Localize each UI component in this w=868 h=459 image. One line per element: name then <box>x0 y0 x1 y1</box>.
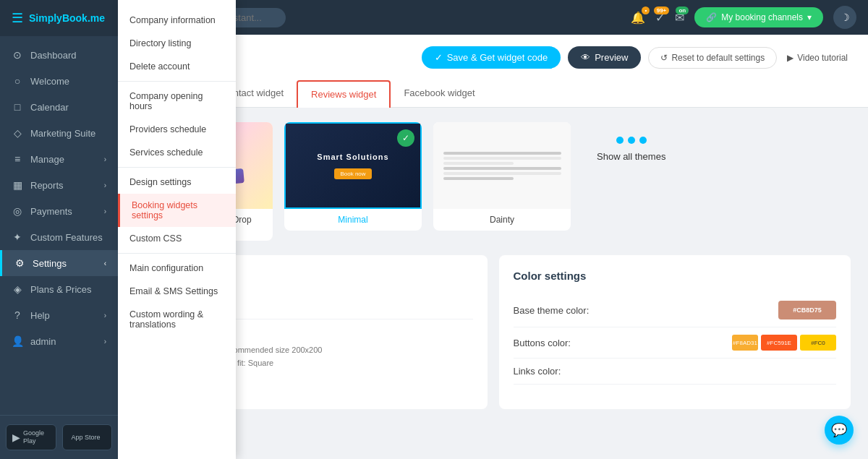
sidebar-item-settings[interactable]: ⚙ Settings ‹ <box>0 250 118 276</box>
sidebar-label-dashboard: Dashboard <box>30 50 77 61</box>
dropdown-section-3: Design settings Booking widgets settings… <box>118 168 236 254</box>
sidebar-item-calendar[interactable]: □ Calendar <box>0 94 118 120</box>
sidebar-label-payments: Payments <box>30 206 72 217</box>
sidebar-label-manage: Manage <box>30 154 64 165</box>
tabs-bar: ...ng button Contact widget Reviews widg… <box>135 77 851 107</box>
dropdown-company-info[interactable]: Company information <box>118 9 236 32</box>
themes-grid: 🖐 Creative (Drag And Drop Content) ✓ Sma… <box>135 122 851 241</box>
theme-card-minimal[interactable]: ✓ Smart Solutions Book now Minimal <box>284 122 422 231</box>
save-label: Save & Get widget code <box>447 52 548 63</box>
color-settings-title: Color settings <box>514 270 837 282</box>
base-color-hex: #CB8D75 <box>793 306 822 314</box>
logo-text: SimplyBook.me <box>29 12 105 24</box>
tab-reviews-widget[interactable]: Reviews widget <box>297 80 391 108</box>
google-play-label: Google Play <box>23 429 50 445</box>
button-color-swatch-3[interactable]: #FC0 <box>800 335 836 351</box>
button-color-hex-2: #FC591E <box>767 340 791 346</box>
tasks-badge: 99+ <box>654 7 670 14</box>
dainty-line-1 <box>443 152 561 155</box>
play-icon: ▶ <box>787 53 793 63</box>
notifications-button[interactable]: 🔔 • <box>631 11 645 25</box>
preview-label: Preview <box>595 52 628 63</box>
links-color-label: Links color: <box>514 366 561 377</box>
button-color-swatch-1[interactable]: #F8AD31 <box>732 335 758 351</box>
settings-chevron-icon: ‹ <box>104 259 106 267</box>
sidebar-item-help[interactable]: ? Help › <box>0 302 118 328</box>
chat-icon: 💬 <box>831 422 847 438</box>
calendar-icon: □ <box>12 101 23 113</box>
sidebar-item-payments[interactable]: ◎ Payments › <box>0 198 118 224</box>
dainty-line-2 <box>443 157 561 160</box>
chat-bubble-button[interactable]: 💬 <box>825 416 854 445</box>
dropdown-design-settings[interactable]: Design settings <box>118 171 236 194</box>
hamburger-icon[interactable]: ☰ <box>12 10 23 26</box>
dainty-lines <box>441 147 564 185</box>
messages-button[interactable]: ✉ on <box>675 11 684 25</box>
dropdown-section-2: Company opening hours Providers schedule… <box>118 82 236 168</box>
dot-2 <box>628 137 635 144</box>
sidebar-label-admin: admin <box>30 336 56 347</box>
dainty-line-3 <box>443 162 514 165</box>
booking-channels-button[interactable]: 🔗 My booking channels ▾ <box>694 7 823 27</box>
theme-card-dainty[interactable]: Dainty <box>433 122 571 231</box>
sidebar-label-calendar: Calendar <box>30 102 69 113</box>
sidebar-item-plans[interactable]: ◈ Plans & Prices <box>0 276 118 302</box>
sidebar-item-marketing[interactable]: ◇ Marketing Suite <box>0 120 118 146</box>
sidebar-item-custom-features[interactable]: ✦ Custom Features <box>0 224 118 250</box>
tasks-button[interactable]: ✓ 99+ <box>655 11 665 25</box>
checkmark-icon: ✓ <box>435 52 443 63</box>
dropdown-delete-account[interactable]: Delete account <box>118 55 236 78</box>
sidebar-label-custom-features: Custom Features <box>30 232 103 243</box>
dropdown-booking-widgets[interactable]: Booking widgets settings <box>118 194 236 227</box>
help-chevron-icon: › <box>104 312 106 319</box>
base-color-swatch[interactable]: #CB8D75 <box>778 301 836 319</box>
sidebar-item-admin[interactable]: 👤 admin › <box>0 328 118 354</box>
preview-button[interactable]: 👁 Preview <box>568 46 641 69</box>
dropdown-custom-wording[interactable]: Custom wording & translations <box>118 303 236 336</box>
dropdown-providers-schedule[interactable]: Providers schedule <box>118 118 236 141</box>
sidebar-logo[interactable]: ☰ SimplyBook.me <box>0 0 118 36</box>
app-store-button[interactable]: App Store <box>62 424 113 450</box>
buttons-color-swatches: #F8AD31 #FC591E #FC0 <box>732 335 836 351</box>
button-color-hex-1: #F8AD31 <box>733 340 757 346</box>
theme-preview-dainty <box>433 122 571 209</box>
dropdown-email-sms[interactable]: Email & SMS Settings <box>118 280 236 303</box>
dropdown-custom-css[interactable]: Custom CSS <box>118 227 236 250</box>
reset-label: Reset to default settings <box>671 53 765 63</box>
button-color-swatch-2[interactable]: #FC591E <box>761 335 797 351</box>
sidebar-item-manage[interactable]: ≡ Manage › <box>0 146 118 172</box>
payments-chevron-icon: › <box>104 207 106 215</box>
video-label: Video tutorial <box>797 53 848 63</box>
google-play-button[interactable]: ▶ Google Play <box>6 424 56 450</box>
sidebar-item-welcome[interactable]: ○ Welcome <box>0 68 118 94</box>
dropdown-main-config[interactable]: Main configuration <box>118 257 236 280</box>
sidebar-item-reports[interactable]: ▦ Reports › <box>0 172 118 198</box>
dropdown-company-hours[interactable]: Company opening hours <box>118 85 236 118</box>
sidebar-label-marketing: Marketing Suite <box>30 128 95 139</box>
manage-icon: ≡ <box>12 153 23 165</box>
reports-chevron-icon: › <box>104 181 106 189</box>
tab-facebook-widget[interactable]: Facebook widget <box>391 80 488 107</box>
settings-icon: ⚙ <box>14 257 25 269</box>
dropdown-directory-listing[interactable]: Directory listing <box>118 32 236 55</box>
minimal-title: Smart Solutions <box>317 153 388 161</box>
base-color-value-wrap: #CB8D75 <box>778 301 836 319</box>
messages-badge: on <box>676 7 689 14</box>
reset-button[interactable]: ↺ Reset to default settings <box>648 47 777 69</box>
page-title-row: Settings ✓ Save & Get widget code 👁 Prev… <box>135 46 851 69</box>
theme-preview-minimal: ✓ Smart Solutions Book now <box>284 122 422 209</box>
show-all-themes-button[interactable]: Show all themes <box>582 122 680 176</box>
dot-3 <box>639 137 647 144</box>
dropdown-services-schedule[interactable]: Services schedule <box>118 141 236 164</box>
notifications-badge: • <box>642 7 650 14</box>
minimal-cta-button[interactable]: Book now <box>334 168 371 179</box>
dashboard-icon: ⊙ <box>12 49 23 61</box>
video-button[interactable]: ▶ Video tutorial <box>784 48 851 68</box>
admin-icon: 👤 <box>12 335 23 347</box>
settings-dropdown: Company information Directory listing De… <box>118 0 236 459</box>
reset-icon: ↺ <box>660 53 668 63</box>
buttons-color-label: Buttons color: <box>514 338 571 348</box>
save-button[interactable]: ✓ Save & Get widget code <box>422 46 561 69</box>
user-avatar-button[interactable]: ☽ <box>833 6 856 29</box>
sidebar-item-dashboard[interactable]: ⊙ Dashboard <box>0 42 118 68</box>
